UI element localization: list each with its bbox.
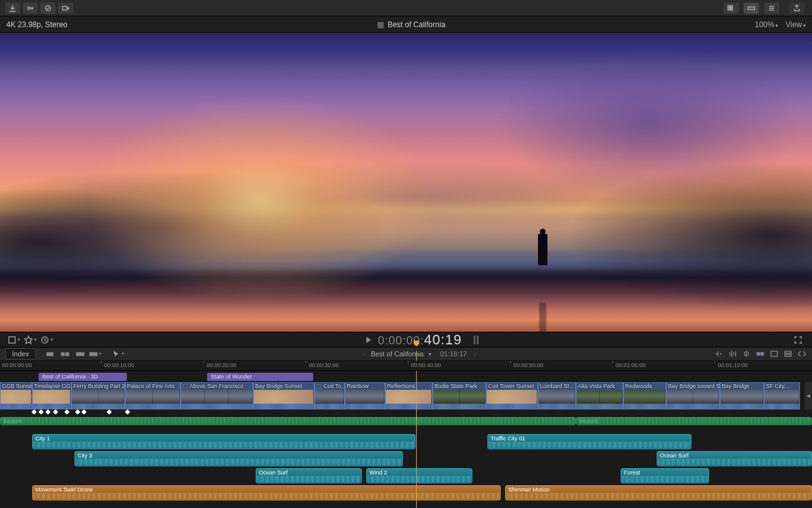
connect-clip-button[interactable] (44, 349, 56, 359)
insert-clip-button[interactable] (59, 349, 71, 359)
audio-clip-label: Movement Swirl Drone (35, 487, 93, 493)
filmstrip-button[interactable] (744, 3, 759, 14)
video-clip[interactable]: Timelapse GGB (32, 382, 71, 409)
transform-menu[interactable]: ▾ (6, 334, 21, 346)
keyword-button[interactable] (23, 3, 38, 14)
audio-skimming-toggle[interactable] (727, 349, 737, 358)
keyframe-marker[interactable] (125, 409, 130, 414)
tools-button[interactable] (764, 3, 779, 14)
svg-rect-13 (76, 353, 81, 356)
video-clip[interactable]: GGB Sunset (0, 382, 32, 409)
keyframe-marker[interactable] (53, 409, 58, 414)
video-clip[interactable]: Reflections (385, 382, 433, 409)
play-button[interactable] (366, 337, 371, 343)
skimming-toggle[interactable] (713, 349, 724, 358)
svg-rect-20 (785, 354, 791, 356)
audio-clip[interactable]: Wind 2 (366, 468, 472, 483)
keyframe-marker[interactable] (81, 409, 87, 414)
playhead[interactable] (416, 351, 417, 361)
timecode-display[interactable]: 0:00:00:40:19 (378, 332, 462, 348)
audio-clip[interactable]: Shimmer Motion (505, 485, 812, 500)
timeline-header: Index ▾ ▾ ‹ Best of California ▾ 01:18:1… (0, 347, 812, 361)
view-menu[interactable]: View▾ (785, 20, 806, 29)
clip-label: ⬚ Above San Francisco (182, 383, 244, 389)
title-clip[interactable]: State of Wonder (207, 373, 313, 381)
clip-label: Bodie State Park (434, 383, 477, 389)
viewer-frame (0, 33, 812, 332)
audio-clip[interactable]: Traffic City 01 (487, 434, 691, 449)
video-clip[interactable]: Bay Bridge toward SF (666, 382, 720, 409)
effects-browser-button[interactable] (797, 349, 807, 358)
video-clip[interactable]: Redwoods (623, 382, 666, 409)
video-clip[interactable]: Lombard St... (538, 382, 576, 409)
svg-rect-12 (66, 353, 69, 356)
zoom-menu[interactable]: 100%▾ (755, 20, 779, 29)
title-clip[interactable]: Best of California - 3D (39, 373, 127, 381)
marker-row (0, 410, 812, 414)
svg-rect-5 (728, 8, 730, 10)
ruler-mark: 00:00:20:00 (206, 362, 237, 368)
svg-rect-17 (761, 353, 763, 355)
select-tool[interactable]: ▾ (112, 349, 124, 359)
video-clip[interactable]: Ferry Building Part 2 (71, 382, 125, 409)
audio-clip[interactable]: Modern (576, 417, 812, 425)
video-clip[interactable]: ⬚ Coit To... (314, 382, 345, 409)
video-clip[interactable]: ⬚ Above San Francisco (181, 382, 253, 409)
video-clip[interactable]: Coit Tower Sunset (486, 382, 538, 409)
silhouette-figure (537, 229, 549, 289)
keyframe-marker[interactable] (75, 409, 80, 414)
audio-meter (474, 336, 479, 344)
video-clip[interactable]: Bay Bridge Sunset (253, 382, 314, 409)
import-button[interactable] (5, 3, 20, 14)
clip-label: Palace of Fine Arts (127, 383, 175, 389)
audio-clip-label: City 3 (78, 452, 92, 459)
video-clip[interactable]: Palace of Fine Arts (125, 382, 181, 409)
audio-clip-label: Ocean Surf (660, 452, 689, 459)
audio-clip[interactable]: Movement Swirl Drone (32, 485, 501, 500)
overwrite-clip-button[interactable]: ▾ (89, 349, 102, 359)
timeline-scroll-right[interactable] (804, 382, 812, 409)
video-clip[interactable]: Bay Bridge (720, 382, 764, 409)
timeline-layout-button[interactable] (769, 349, 779, 358)
playhead[interactable] (416, 371, 417, 508)
keyframe-marker[interactable] (64, 409, 69, 414)
keyframe-marker[interactable] (107, 409, 112, 414)
audio-clip[interactable]: Ocean Surf (256, 468, 362, 483)
audio-clip[interactable]: Forest (621, 468, 709, 483)
clip-label: Timelapse GGB (34, 383, 71, 389)
retime-menu[interactable]: ▾ (39, 334, 54, 346)
clip-label: Reflections (387, 383, 415, 389)
audio-clip[interactable]: City 1 (32, 434, 415, 449)
video-clip[interactable]: Bodie State Park (433, 382, 486, 409)
clip-appearance-button[interactable] (724, 3, 739, 14)
video-clip[interactable]: Alta Vista Park (576, 382, 623, 409)
clip-label: Bay Bridge (722, 383, 749, 389)
enhance-button[interactable] (40, 3, 56, 14)
svg-rect-2 (63, 6, 67, 10)
append-clip-button[interactable] (74, 349, 87, 359)
snapping-toggle[interactable] (755, 349, 765, 358)
effects-menu[interactable]: ▾ (23, 334, 38, 346)
timeline-prev[interactable]: ‹ (359, 350, 367, 358)
timeline-ruler[interactable]: 00:00:00:0000:00:10:0000:00:20:0000:00:3… (0, 361, 812, 371)
project-title: Best of California (388, 20, 445, 29)
audio-clip[interactable]: Ocean Surf (657, 451, 812, 466)
keyframe-marker[interactable] (39, 409, 44, 414)
solo-toggle[interactable] (741, 349, 751, 358)
info-bar: 4K 23.98p, Stereo ▦ Best of California 1… (0, 16, 812, 33)
audio-clip[interactable]: Modern (0, 417, 576, 425)
fullscreen-button[interactable] (791, 334, 806, 346)
viewer[interactable] (0, 33, 812, 332)
background-tasks-button[interactable] (58, 3, 73, 14)
keyframe-marker[interactable] (32, 409, 37, 414)
audio-clip[interactable]: City 3 (75, 451, 403, 466)
timeline-next[interactable]: › (471, 350, 479, 358)
keyframe-marker[interactable] (45, 409, 51, 414)
video-clip[interactable]: Rainbow (345, 382, 385, 409)
primary-storyline[interactable]: GGB SunsetTimelapse GGBFerry Building Pa… (0, 382, 800, 409)
share-button[interactable] (789, 3, 804, 14)
timeline[interactable]: GGB SunsetTimelapse GGBFerry Building Pa… (0, 371, 812, 508)
clip-appearance-toggle[interactable] (783, 349, 793, 358)
index-button[interactable]: Index (5, 348, 36, 360)
video-clip[interactable]: SF City... (764, 382, 800, 409)
